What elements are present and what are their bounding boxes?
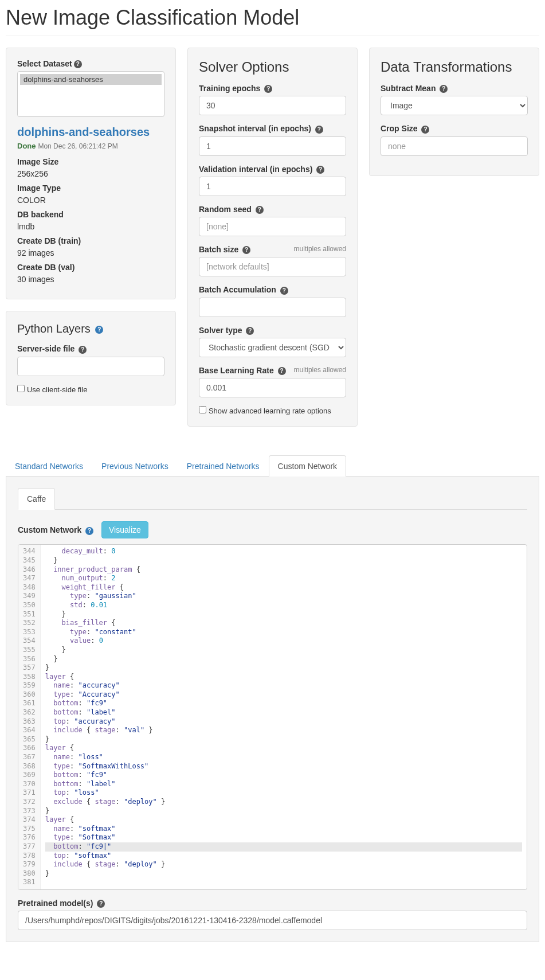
dataset-listbox[interactable]: dolphins-and-seahorses: [17, 71, 164, 117]
help-icon[interactable]: ?: [79, 346, 87, 354]
dataset-status-time: Mon Dec 26, 06:21:42 PM: [38, 142, 117, 150]
help-icon[interactable]: ?: [264, 85, 272, 93]
solver-title: Solver Options: [199, 59, 346, 75]
client-file-label: Use client-side file: [27, 385, 88, 394]
page-title: New Image Classification Model: [6, 6, 539, 30]
server-file-input[interactable]: [17, 357, 164, 376]
seed-input[interactable]: [199, 217, 346, 236]
server-file-label: Server-side file ?: [17, 344, 164, 353]
transforms-panel: Data Transformations Subtract Mean ? Ima…: [369, 48, 539, 176]
batch-hint: multiples allowed: [294, 245, 346, 253]
visualize-button[interactable]: Visualize: [101, 521, 148, 538]
python-layers-panel: Python Layers ? Server-side file ? Use c…: [6, 311, 176, 405]
client-file-checkbox[interactable]: [17, 385, 25, 392]
help-icon[interactable]: ?: [95, 326, 103, 334]
custom-network-content: Caffe Custom Network ? Visualize 3443453…: [6, 477, 539, 942]
lr-hint: multiples allowed: [294, 366, 346, 374]
crop-input[interactable]: [381, 136, 528, 156]
accum-input[interactable]: [199, 298, 346, 317]
tab-standard-networks[interactable]: Standard Networks: [6, 455, 92, 477]
pretrained-input[interactable]: [18, 911, 527, 930]
transforms-title: Data Transformations: [381, 59, 528, 75]
divider: [6, 36, 539, 36]
batch-input[interactable]: [199, 257, 346, 276]
code-editor[interactable]: 3443453463473483493503513523533543553563…: [18, 544, 527, 890]
create-db-train-label: Create DB (train): [17, 235, 164, 247]
subtract-mean-select[interactable]: Image: [381, 96, 528, 115]
create-db-val-label: Create DB (val): [17, 261, 164, 274]
select-dataset-label: Select Dataset?: [17, 59, 164, 68]
help-icon[interactable]: ?: [97, 900, 105, 908]
image-size-label: Image Size: [17, 156, 164, 168]
help-icon[interactable]: ?: [256, 206, 264, 214]
dataset-status: Done: [17, 142, 36, 150]
accum-label: Batch Accumulation: [199, 285, 276, 294]
advanced-lr-label: Show advanced learning rate options: [209, 407, 331, 415]
validation-input[interactable]: [199, 177, 346, 196]
help-icon[interactable]: ?: [278, 367, 286, 375]
help-icon[interactable]: ?: [440, 85, 448, 93]
subtract-mean-label: Subtract Mean: [381, 84, 436, 93]
dataset-list-item[interactable]: dolphins-and-seahorses: [20, 74, 162, 85]
advanced-lr-checkbox[interactable]: [199, 406, 206, 413]
dataset-panel: Select Dataset? dolphins-and-seahorses d…: [6, 48, 176, 299]
code-body[interactable]: decay_mult: 0 } inner_product_param { nu…: [41, 545, 527, 889]
epochs-input[interactable]: [199, 96, 346, 115]
help-icon[interactable]: ?: [280, 287, 288, 295]
validation-label: Validation interval (in epochs): [199, 165, 312, 174]
network-tabs: Standard Networks Previous Networks Pret…: [6, 455, 539, 477]
dataset-link[interactable]: dolphins-and-seahorses: [17, 126, 164, 139]
create-db-val-value: 30 images: [17, 274, 164, 286]
lr-input[interactable]: [199, 378, 346, 397]
tab-custom-network[interactable]: Custom Network: [269, 455, 346, 477]
help-icon[interactable]: ?: [246, 327, 254, 335]
python-layers-title: Python Layers: [17, 322, 91, 335]
snapshot-label: Snapshot interval (in epochs): [199, 124, 311, 133]
help-icon[interactable]: ?: [74, 60, 82, 68]
db-backend-value: lmdb: [17, 221, 164, 233]
custom-network-label: Custom Network: [18, 525, 81, 534]
epochs-label: Training epochs: [199, 84, 260, 93]
crop-label: Crop Size: [381, 124, 418, 133]
code-gutter: 3443453463473483493503513523533543553563…: [18, 545, 41, 889]
create-db-train-value: 92 images: [17, 247, 164, 259]
help-icon[interactable]: ?: [242, 246, 250, 254]
snapshot-input[interactable]: [199, 136, 346, 156]
db-backend-label: DB backend: [17, 209, 164, 221]
solver-panel: Solver Options Training epochs ? Snapsho…: [187, 48, 358, 427]
tab-pretrained-networks[interactable]: Pretrained Networks: [178, 455, 269, 477]
tab-previous-networks[interactable]: Previous Networks: [92, 455, 178, 477]
lr-label: Base Learning Rate: [199, 366, 274, 375]
image-type-value: COLOR: [17, 194, 164, 206]
image-type-label: Image Type: [17, 182, 164, 194]
solver-type-label: Solver type: [199, 326, 242, 335]
help-icon[interactable]: ?: [315, 126, 323, 134]
image-size-value: 256x256: [17, 168, 164, 180]
help-icon[interactable]: ?: [85, 527, 93, 535]
subtab-caffe[interactable]: Caffe: [18, 488, 55, 510]
batch-label: Batch size: [199, 245, 238, 254]
pretrained-label: Pretrained model(s): [18, 899, 93, 908]
seed-label: Random seed: [199, 205, 252, 214]
help-icon[interactable]: ?: [421, 126, 429, 134]
solver-type-select[interactable]: Stochastic gradient descent (SGD): [199, 338, 346, 357]
help-icon[interactable]: ?: [316, 166, 324, 174]
